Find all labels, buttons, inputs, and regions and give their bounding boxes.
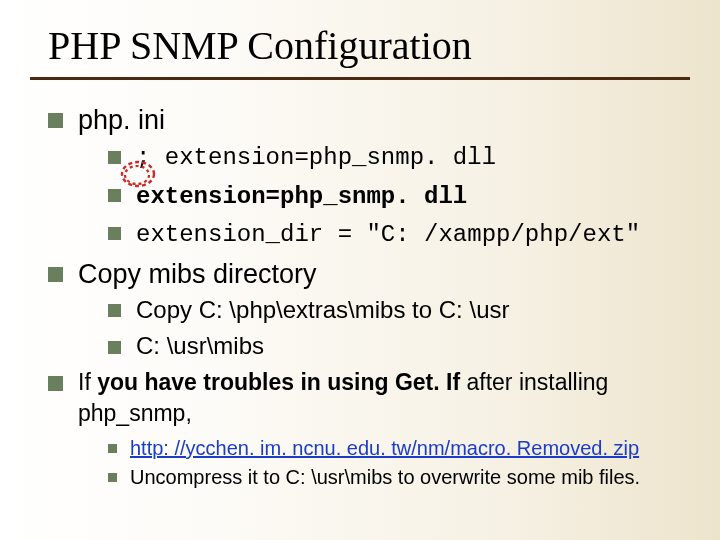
bullet-phpini: php. ini ; extension=php_snmp. dll exten… [48, 102, 690, 252]
bullet-copy: Copy mibs directory Copy C: \php\extras\… [48, 256, 690, 363]
bullet-ext-enabled: extension=php_snmp. dll [108, 179, 690, 213]
text-ext-commented: ; extension=php_snmp. dll [136, 144, 496, 171]
bullet-copy-label: Copy mibs directory [78, 259, 317, 289]
bullet-ext-dir: extension_dir = "C: /xampp/php/ext" [108, 217, 690, 251]
bullet-troubles-link: http: //ycchen. im. ncnu. edu. tw/nm/mac… [108, 435, 690, 462]
slide-title: PHP SNMP Configuration [0, 0, 720, 77]
slide: PHP SNMP Configuration php. ini ; extens… [0, 0, 720, 540]
slide-body: php. ini ; extension=php_snmp. dll exten… [0, 80, 720, 491]
bullet-copy-2: C: \usr\mibs [108, 330, 690, 362]
text-copy-2: C: \usr\mibs [136, 332, 264, 359]
text-troubles-uncompress: Uncompress it to C: \usr\mibs to overwri… [130, 466, 640, 488]
bullet-troubles: If you have troubles in using Get. If af… [48, 367, 690, 491]
bullet-phpini-label: php. ini [78, 105, 165, 135]
bullet-ext-commented: ; extension=php_snmp. dll [108, 140, 690, 174]
text-ext-enabled: extension=php_snmp. dll [136, 183, 467, 210]
text-copy-1: Copy C: \php\extras\mibs to C: \usr [136, 296, 509, 323]
text-ext-dir: extension_dir = "C: /xampp/php/ext" [136, 221, 640, 248]
bullet-copy-1: Copy C: \php\extras\mibs to C: \usr [108, 294, 690, 326]
link-macro-removed[interactable]: http: //ycchen. im. ncnu. edu. tw/nm/mac… [130, 437, 639, 459]
text-troubles-prefix: If [78, 369, 97, 395]
bullet-troubles-uncompress: Uncompress it to C: \usr\mibs to overwri… [108, 464, 690, 491]
text-troubles-bold: you have troubles in using Get. If [97, 369, 460, 395]
